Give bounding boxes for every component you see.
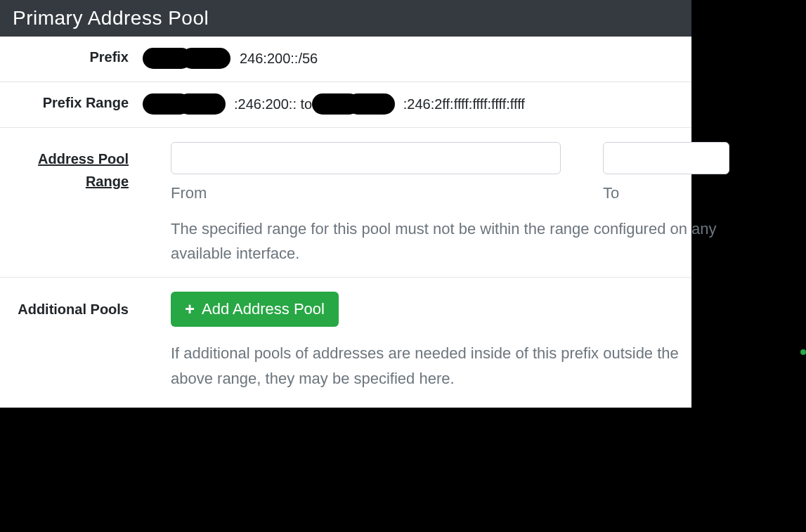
svg-rect-5 (347, 93, 395, 115)
additional-pools-row: Additional Pools + Add Address Pool If a… (0, 278, 691, 407)
additional-pools-help: If additional pools of addresses are nee… (171, 341, 691, 390)
address-pool-range-help: The specified range for this pool must n… (171, 216, 729, 266)
prefix-row: Prefix 246:200::/56 (0, 37, 691, 82)
add-address-pool-button-label: Add Address Pool (202, 300, 325, 318)
add-address-pool-button[interactable]: + Add Address Pool (171, 292, 339, 327)
prefix-label: Prefix (0, 46, 137, 65)
redacted-icon (143, 48, 241, 69)
prefix-value-text: 246:200::/56 (240, 51, 318, 66)
additional-pools-label: Additional Pools (0, 287, 137, 318)
svg-rect-3 (178, 93, 226, 115)
prefix-range-end-text: :246:2ff:ffff:ffff:ffff:ffff (403, 96, 525, 112)
prefix-value: 246:200::/56 (137, 46, 691, 70)
address-pool-range-label[interactable]: Address Pool Range (0, 138, 137, 193)
address-pool-range-to-input[interactable] (603, 142, 729, 174)
svg-rect-1 (181, 48, 230, 69)
to-label: To (603, 184, 729, 202)
prefix-range-value: :246:200:: to :246:2ff:ffff:ffff:ffff:ff… (137, 92, 691, 116)
additional-pools-content: + Add Address Pool If additional pools o… (137, 287, 691, 390)
primary-address-pool-panel: Primary Address Pool Prefix 246:200::/56… (0, 0, 691, 408)
redacted-icon (312, 93, 403, 115)
address-pool-range-inputs: From To The specified range for this poo… (137, 138, 729, 266)
indicator-dot-icon (800, 349, 806, 355)
prefix-range-label: Prefix Range (0, 92, 137, 111)
from-label: From (171, 184, 561, 202)
address-pool-range-row: Address Pool Range From To The specified… (0, 128, 691, 278)
prefix-range-row: Prefix Range :246:200:: to :246:2ff:ffff… (0, 82, 691, 128)
panel-title: Primary Address Pool (0, 0, 691, 37)
plus-icon: + (185, 301, 195, 318)
prefix-range-start-text: :246:200:: to (234, 96, 312, 112)
address-pool-range-from-input[interactable] (171, 142, 561, 174)
redacted-icon (143, 93, 234, 115)
